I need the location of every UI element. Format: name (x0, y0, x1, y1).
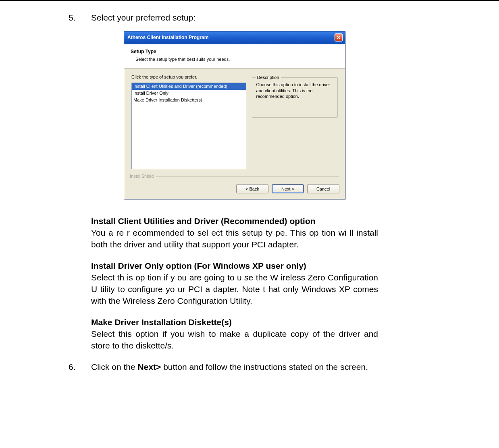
step-6-number: 6. (69, 361, 80, 373)
section-install-driver-title: Install Driver Only option (For Windows … (91, 260, 378, 272)
step-6: 6. Click on the Next> button and follow … (69, 361, 378, 373)
back-button[interactable]: < Back (236, 184, 268, 193)
step-6-text: Click on the Next> button and follow the… (91, 361, 378, 373)
dialog-header-subtitle: Select the setup type that best suits yo… (135, 56, 339, 62)
section-install-utilities-text: You a re r ecommended to sel ect this se… (91, 227, 378, 251)
page-content: 5. Select your preferred setup: Atheros … (0, 12, 499, 396)
explanatory-text: Install Client Utilities and Driver (Rec… (91, 216, 378, 352)
cancel-button[interactable]: Cancel (307, 184, 339, 193)
dialog-body: Setup Type Select the setup type that be… (124, 44, 345, 199)
description-legend: Description (256, 75, 281, 81)
list-item[interactable]: Make Driver Installation Diskette(s) (132, 97, 246, 104)
close-icon (337, 35, 341, 39)
dialog-instruction: Click the type of setup you prefer. (131, 74, 246, 80)
dialog-content-panel: Click the type of setup you prefer. Inst… (124, 68, 345, 173)
installer-dialog: Atheros Client Installation Program Setu… (124, 31, 345, 199)
step-5-text: Select your preferred setup: (91, 12, 378, 24)
next-button[interactable]: Next > (272, 184, 304, 193)
section-make-diskette-text: Select this option if you wish to make a… (91, 328, 378, 352)
page-top-rule (0, 0, 499, 1)
dialog-right-column: Description Choose this option to instal… (252, 74, 338, 169)
step-6-bold: Next> (138, 362, 161, 371)
section-install-driver-text: Select th is op tion if y ou are going t… (91, 272, 378, 307)
dialog-figure: Atheros Client Installation Program Setu… (91, 31, 378, 199)
install-shield-divider (156, 176, 339, 177)
setup-type-listbox[interactable]: Install Client Utilities and Driver (rec… (131, 83, 246, 169)
description-groupbox: Description Choose this option to instal… (252, 77, 338, 118)
section-make-diskette-title: Make Driver Installation Diskette(s) (91, 317, 378, 328)
list-item[interactable]: Install Client Utilities and Driver (rec… (132, 83, 246, 90)
description-text: Choose this option to install the driver… (256, 82, 333, 100)
dialog-left-column: Click the type of setup you prefer. Inst… (131, 74, 246, 169)
install-shield-row: InstallShield (124, 173, 345, 181)
dialog-header-title: Setup Type (131, 48, 339, 55)
close-button[interactable] (335, 33, 343, 41)
step-5-number: 5. (69, 12, 80, 24)
dialog-header-panel: Setup Type Select the setup type that be… (124, 44, 345, 68)
step-6-suffix: button and follow the instructions state… (161, 362, 368, 371)
step-6-prefix: Click on the (91, 362, 138, 371)
list-item[interactable]: Install Driver Only (132, 90, 246, 97)
install-shield-label: InstallShield (130, 173, 154, 179)
section-install-utilities-title: Install Client Utilities and Driver (Rec… (91, 216, 378, 227)
dialog-button-row: < Back Next > Cancel (124, 181, 345, 199)
step-5: 5. Select your preferred setup: Atheros … (69, 12, 378, 373)
dialog-title: Atheros Client Installation Program (127, 34, 208, 41)
dialog-titlebar: Atheros Client Installation Program (124, 31, 345, 44)
